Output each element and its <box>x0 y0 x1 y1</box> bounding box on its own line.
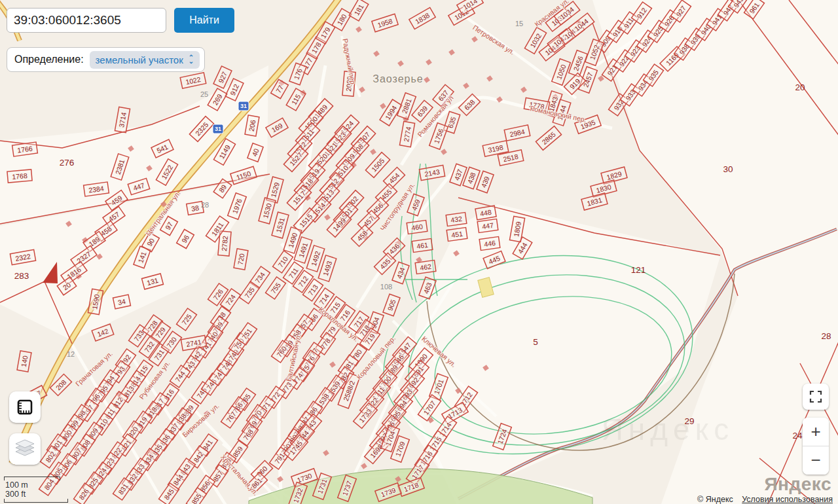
cadastral-map-app: 1771781791801811958183810121014103210331… <box>0 0 838 504</box>
chevron-updown-icon: ⌃⌄ <box>189 56 194 63</box>
parcel-number: 451 <box>450 230 463 239</box>
parcel-number: 460 <box>410 223 423 232</box>
layers-icon <box>14 439 36 459</box>
scale-bar: 100 m 300 ft <box>4 477 68 503</box>
measure-ruler-button[interactable] <box>9 391 41 423</box>
definition-value: земельный участок <box>96 54 183 65</box>
road-number-badge: 31 <box>213 124 223 134</box>
copyright-label: © Яндекс <box>697 495 733 504</box>
parcel-number: 447 <box>481 221 494 230</box>
zoom-in-button[interactable]: + <box>803 418 829 446</box>
definition-label: Определение: <box>14 54 84 65</box>
house-number: 28 <box>201 201 209 209</box>
parcel-number: 38 <box>191 204 200 213</box>
parcel[interactable]: 461 <box>412 239 433 253</box>
parcel-number: 121 <box>631 265 646 275</box>
ruler-icon <box>16 398 34 416</box>
parcel-number: 30 <box>723 164 733 174</box>
definition-select[interactable]: земельный участок ⌃⌄ <box>90 51 200 69</box>
zoom-out-button[interactable]: − <box>803 446 829 475</box>
parcel-number: 20 <box>795 82 805 92</box>
parcel-number: 462 <box>419 262 431 272</box>
parcel[interactable]: 462 <box>415 261 436 274</box>
find-button[interactable]: Найти <box>174 8 234 33</box>
yandex-logo: Яндекс <box>764 474 831 495</box>
parcel-number: 24 <box>792 431 803 441</box>
fullscreen-button[interactable] <box>803 384 829 410</box>
parcel-number: 2782 <box>220 236 229 251</box>
road-number-badge: 31 <box>238 101 249 111</box>
scale-imperial-bracket <box>4 499 68 503</box>
parcel-number: 432 <box>450 215 462 224</box>
cadastral-number-input[interactable] <box>7 8 166 33</box>
parcel-number: 446 <box>483 239 496 248</box>
fullscreen-icon <box>809 390 822 403</box>
place-label: Заозерье <box>373 73 423 84</box>
terms-of-use-link[interactable]: Условия использования <box>742 495 833 504</box>
parcel-number: 461 <box>416 241 428 250</box>
parcel[interactable]: 460 <box>407 221 428 234</box>
parcel-number: 5 <box>533 337 538 347</box>
parcel[interactable]: 1768 <box>7 170 32 183</box>
house-number: 108 <box>380 283 392 291</box>
parcel-number: 276 <box>60 158 75 168</box>
parcel[interactable]: 446 <box>479 237 500 251</box>
search-panel: Найти <box>7 8 234 33</box>
scale-imperial-label: 300 ft <box>4 490 68 499</box>
house-number: 15 <box>515 20 523 27</box>
layers-button[interactable] <box>9 433 41 465</box>
parcel-number: 1768 <box>12 171 27 181</box>
map-attribution: © Яндекс Условия использования <box>697 495 833 504</box>
svg-text:31: 31 <box>240 103 247 109</box>
parcel[interactable]: 432 <box>446 213 467 226</box>
parcel-number: 283 <box>14 271 29 281</box>
parcel[interactable]: 447 <box>477 219 498 233</box>
zoom-control: + − <box>803 418 829 475</box>
scale-metric-label: 100 m <box>4 480 68 490</box>
svg-text:31: 31 <box>215 126 221 132</box>
definition-panel: Определение: земельный участок ⌃⌄ <box>7 47 205 72</box>
map-canvas[interactable]: 1771781791801811958183810121014103210331… <box>0 0 838 504</box>
parcel[interactable]: 451 <box>446 228 467 242</box>
house-number: 12 <box>67 350 75 358</box>
house-number: 25 <box>200 90 208 98</box>
map-watermark: Яндекс <box>602 412 735 446</box>
parcel-number: 28 <box>821 331 831 341</box>
